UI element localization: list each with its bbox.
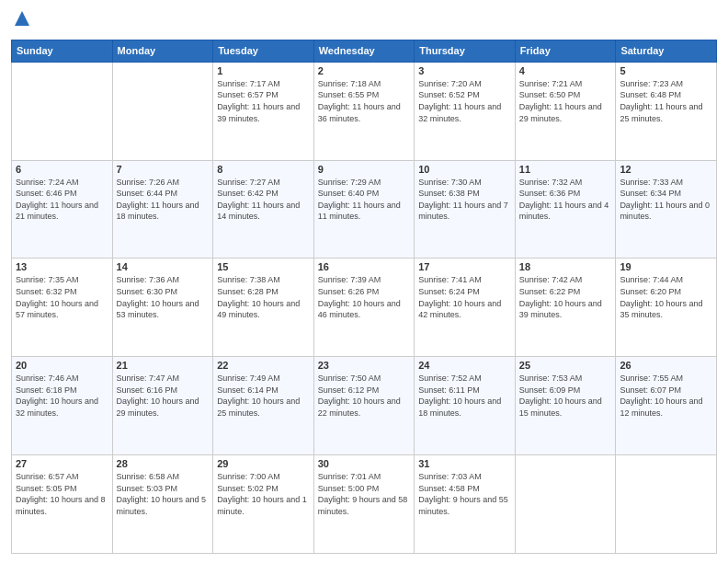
calendar-cell bbox=[616, 455, 717, 554]
day-number: 22 bbox=[217, 360, 310, 371]
day-number: 13 bbox=[16, 261, 108, 272]
day-info: Sunrise: 7:17 AMSunset: 6:57 PMDaylight:… bbox=[217, 78, 310, 124]
day-number: 10 bbox=[418, 164, 511, 175]
svg-marker-0 bbox=[15, 11, 29, 26]
calendar-cell bbox=[112, 62, 213, 160]
day-number: 24 bbox=[418, 360, 511, 371]
calendar-cell: 16Sunrise: 7:39 AMSunset: 6:26 PMDayligh… bbox=[313, 259, 415, 357]
day-number: 9 bbox=[318, 164, 411, 175]
calendar-cell bbox=[12, 62, 113, 160]
calendar-cell: 7Sunrise: 7:26 AMSunset: 6:44 PMDaylight… bbox=[112, 160, 213, 259]
calendar-week-row: 27Sunrise: 6:57 AMSunset: 5:05 PMDayligh… bbox=[12, 455, 717, 554]
day-info: Sunrise: 7:32 AMSunset: 6:36 PMDaylight:… bbox=[519, 177, 612, 223]
day-info: Sunrise: 7:36 AMSunset: 6:30 PMDaylight:… bbox=[117, 274, 210, 320]
day-number: 19 bbox=[620, 261, 712, 272]
day-info: Sunrise: 7:52 AMSunset: 6:11 PMDaylight:… bbox=[418, 373, 511, 419]
day-number: 1 bbox=[217, 65, 310, 76]
calendar-cell: 28Sunrise: 6:58 AMSunset: 5:03 PMDayligh… bbox=[112, 455, 213, 554]
calendar-cell: 21Sunrise: 7:47 AMSunset: 6:16 PMDayligh… bbox=[112, 357, 213, 455]
calendar-cell: 30Sunrise: 7:01 AMSunset: 5:00 PMDayligh… bbox=[313, 455, 415, 554]
day-header-monday: Monday bbox=[112, 40, 213, 62]
calendar-cell: 8Sunrise: 7:27 AMSunset: 6:42 PMDaylight… bbox=[213, 160, 314, 259]
calendar-cell: 4Sunrise: 7:21 AMSunset: 6:50 PMDaylight… bbox=[515, 62, 616, 160]
calendar-cell: 17Sunrise: 7:41 AMSunset: 6:24 PMDayligh… bbox=[415, 259, 516, 357]
day-info: Sunrise: 7:50 AMSunset: 6:12 PMDaylight:… bbox=[318, 373, 411, 419]
calendar-table: SundayMondayTuesdayWednesdayThursdayFrid… bbox=[11, 40, 717, 554]
day-info: Sunrise: 7:35 AMSunset: 6:32 PMDaylight:… bbox=[16, 274, 108, 320]
day-info: Sunrise: 7:39 AMSunset: 6:26 PMDaylight:… bbox=[318, 274, 411, 320]
day-info: Sunrise: 7:30 AMSunset: 6:38 PMDaylight:… bbox=[418, 177, 511, 223]
calendar-cell: 2Sunrise: 7:18 AMSunset: 6:55 PMDaylight… bbox=[313, 62, 415, 160]
calendar-week-row: 13Sunrise: 7:35 AMSunset: 6:32 PMDayligh… bbox=[12, 259, 717, 357]
day-number: 11 bbox=[519, 164, 612, 175]
calendar-cell: 10Sunrise: 7:30 AMSunset: 6:38 PMDayligh… bbox=[415, 160, 516, 259]
day-number: 12 bbox=[620, 164, 712, 175]
day-number: 8 bbox=[217, 164, 310, 175]
day-number: 26 bbox=[620, 360, 712, 371]
day-info: Sunrise: 6:57 AMSunset: 5:05 PMDaylight:… bbox=[16, 471, 108, 517]
calendar-week-row: 6Sunrise: 7:24 AMSunset: 6:46 PMDaylight… bbox=[12, 160, 717, 259]
day-header-saturday: Saturday bbox=[616, 40, 717, 62]
day-number: 30 bbox=[318, 458, 411, 469]
day-number: 29 bbox=[217, 458, 310, 469]
day-number: 17 bbox=[418, 261, 511, 272]
day-number: 21 bbox=[117, 360, 210, 371]
day-header-tuesday: Tuesday bbox=[213, 40, 314, 62]
day-info: Sunrise: 7:26 AMSunset: 6:44 PMDaylight:… bbox=[117, 177, 210, 223]
calendar-cell: 25Sunrise: 7:53 AMSunset: 6:09 PMDayligh… bbox=[515, 357, 616, 455]
calendar-cell: 26Sunrise: 7:55 AMSunset: 6:07 PMDayligh… bbox=[616, 357, 717, 455]
day-info: Sunrise: 7:27 AMSunset: 6:42 PMDaylight:… bbox=[217, 177, 310, 223]
day-info: Sunrise: 7:42 AMSunset: 6:22 PMDaylight:… bbox=[519, 274, 612, 320]
calendar-cell: 18Sunrise: 7:42 AMSunset: 6:22 PMDayligh… bbox=[515, 259, 616, 357]
calendar-cell: 14Sunrise: 7:36 AMSunset: 6:30 PMDayligh… bbox=[112, 259, 213, 357]
logo-icon bbox=[13, 9, 31, 28]
calendar-cell bbox=[515, 455, 616, 554]
calendar-cell: 6Sunrise: 7:24 AMSunset: 6:46 PMDaylight… bbox=[12, 160, 113, 259]
day-info: Sunrise: 7:44 AMSunset: 6:20 PMDaylight:… bbox=[620, 274, 712, 320]
day-number: 4 bbox=[519, 65, 612, 76]
calendar-cell: 20Sunrise: 7:46 AMSunset: 6:18 PMDayligh… bbox=[12, 357, 113, 455]
day-info: Sunrise: 7:23 AMSunset: 6:48 PMDaylight:… bbox=[620, 78, 712, 124]
day-number: 27 bbox=[16, 458, 108, 469]
day-header-wednesday: Wednesday bbox=[313, 40, 415, 62]
calendar-cell: 5Sunrise: 7:23 AMSunset: 6:48 PMDaylight… bbox=[616, 62, 717, 160]
day-info: Sunrise: 7:18 AMSunset: 6:55 PMDaylight:… bbox=[318, 78, 411, 124]
day-info: Sunrise: 7:20 AMSunset: 6:52 PMDaylight:… bbox=[418, 78, 511, 124]
calendar-cell: 9Sunrise: 7:29 AMSunset: 6:40 PMDaylight… bbox=[313, 160, 415, 259]
calendar-cell: 11Sunrise: 7:32 AMSunset: 6:36 PMDayligh… bbox=[515, 160, 616, 259]
calendar-week-row: 20Sunrise: 7:46 AMSunset: 6:18 PMDayligh… bbox=[12, 357, 717, 455]
day-info: Sunrise: 7:55 AMSunset: 6:07 PMDaylight:… bbox=[620, 373, 712, 419]
day-number: 6 bbox=[16, 164, 108, 175]
day-info: Sunrise: 7:46 AMSunset: 6:18 PMDaylight:… bbox=[16, 373, 108, 419]
day-info: Sunrise: 7:53 AMSunset: 6:09 PMDaylight:… bbox=[519, 373, 612, 419]
calendar-cell: 29Sunrise: 7:00 AMSunset: 5:02 PMDayligh… bbox=[213, 455, 314, 554]
calendar-cell: 15Sunrise: 7:38 AMSunset: 6:28 PMDayligh… bbox=[213, 259, 314, 357]
day-info: Sunrise: 6:58 AMSunset: 5:03 PMDaylight:… bbox=[117, 471, 210, 517]
day-info: Sunrise: 7:24 AMSunset: 6:46 PMDaylight:… bbox=[16, 177, 108, 223]
day-header-friday: Friday bbox=[515, 40, 616, 62]
day-number: 2 bbox=[318, 65, 411, 76]
day-info: Sunrise: 7:41 AMSunset: 6:24 PMDaylight:… bbox=[418, 274, 511, 320]
calendar-header-row: SundayMondayTuesdayWednesdayThursdayFrid… bbox=[12, 40, 717, 62]
day-info: Sunrise: 7:01 AMSunset: 5:00 PMDaylight:… bbox=[318, 471, 411, 517]
day-number: 28 bbox=[117, 458, 210, 469]
logo bbox=[11, 9, 31, 32]
day-number: 16 bbox=[318, 261, 411, 272]
day-info: Sunrise: 7:38 AMSunset: 6:28 PMDaylight:… bbox=[217, 274, 310, 320]
day-info: Sunrise: 7:29 AMSunset: 6:40 PMDaylight:… bbox=[318, 177, 411, 223]
day-info: Sunrise: 7:21 AMSunset: 6:50 PMDaylight:… bbox=[519, 78, 612, 124]
calendar-week-row: 1Sunrise: 7:17 AMSunset: 6:57 PMDaylight… bbox=[12, 62, 717, 160]
day-info: Sunrise: 7:00 AMSunset: 5:02 PMDaylight:… bbox=[217, 471, 310, 517]
day-header-sunday: Sunday bbox=[12, 40, 113, 62]
day-header-thursday: Thursday bbox=[415, 40, 516, 62]
day-number: 23 bbox=[318, 360, 411, 371]
day-number: 14 bbox=[117, 261, 210, 272]
header bbox=[11, 9, 717, 32]
calendar-cell: 22Sunrise: 7:49 AMSunset: 6:14 PMDayligh… bbox=[213, 357, 314, 455]
calendar-cell: 13Sunrise: 7:35 AMSunset: 6:32 PMDayligh… bbox=[12, 259, 113, 357]
day-info: Sunrise: 7:03 AMSunset: 4:58 PMDaylight:… bbox=[418, 471, 511, 517]
day-number: 18 bbox=[519, 261, 612, 272]
calendar-cell: 27Sunrise: 6:57 AMSunset: 5:05 PMDayligh… bbox=[12, 455, 113, 554]
page-container: SundayMondayTuesdayWednesdayThursdayFrid… bbox=[0, 0, 728, 563]
calendar-cell: 19Sunrise: 7:44 AMSunset: 6:20 PMDayligh… bbox=[616, 259, 717, 357]
